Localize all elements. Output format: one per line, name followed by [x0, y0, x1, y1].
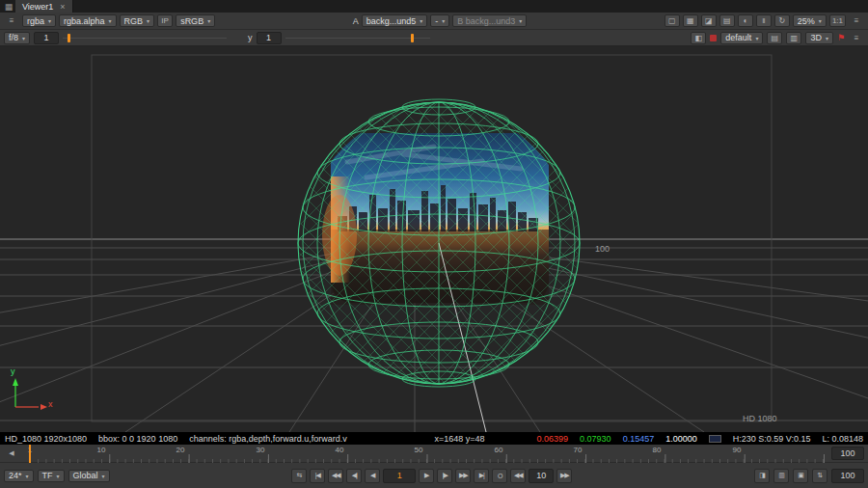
input-b-dropdown[interactable]: B backg...und3	[452, 14, 527, 27]
axis-gizmo	[13, 378, 47, 410]
tick-label: 50	[415, 446, 423, 454]
gamma-slider-handle[interactable]	[411, 34, 414, 42]
cycle-mode-button[interactable]: ⇆	[291, 469, 307, 483]
fps-dropdown[interactable]: 24*	[4, 470, 34, 482]
transport-bar: 24* TF Global ⇆ |◀ ◀◀ ◀| ◀ 1 ▶ |▶ ▶▶ ▶| …	[0, 463, 868, 488]
fstop-dropdown[interactable]: f/8	[4, 32, 30, 44]
fit-range-b-icon[interactable]: ▥	[773, 469, 789, 483]
gamma-slider-track	[285, 38, 430, 39]
gain-slider[interactable]	[63, 33, 227, 43]
bbox-info: bbox: 0 0 1920 1080	[98, 434, 177, 444]
timeline-ruler-row: ◀ 1 10 20 30 40 50 60 70 80 90 100	[0, 445, 868, 463]
viewer-process-dropdown[interactable]: default	[720, 32, 763, 44]
wipe-icon[interactable]: ◪	[701, 14, 717, 27]
pause-icon[interactable]: ‖	[756, 14, 772, 27]
input-a-dropdown[interactable]: backg...und5	[362, 14, 428, 27]
collapse-timeline-icon[interactable]: ◀	[4, 447, 19, 460]
buffer-icon[interactable]: ▤	[767, 32, 782, 44]
pixel-ratio-button[interactable]: 1:1	[829, 14, 846, 27]
format-info: HD_1080 1920x1080	[5, 434, 87, 444]
corner-menu-icon[interactable]: ≡	[849, 32, 864, 44]
frame-increment-field[interactable]: 10	[529, 469, 554, 483]
tick-label: 90	[733, 446, 742, 454]
close-icon[interactable]: ×	[60, 2, 65, 12]
loop-mode-button[interactable]: O	[492, 469, 507, 483]
gamma-label: y	[248, 33, 253, 42]
next-increment-button[interactable]: ▶▶	[455, 469, 471, 483]
channels-dropdown[interactable]: rgba	[22, 14, 56, 27]
skip-forward-button[interactable]: ▶▶	[556, 469, 572, 483]
zebra-stripes-icon[interactable]: ▤	[719, 14, 735, 27]
red-value: 0.06399	[537, 434, 569, 444]
timeline-playhead[interactable]	[29, 445, 31, 463]
fit-range-a-icon[interactable]: ◨	[754, 469, 770, 483]
global-range-end-field[interactable]: 100	[831, 447, 864, 460]
stereo-mode-icon[interactable]: ▥	[786, 32, 801, 44]
display-mode-dropdown[interactable]: RGB	[120, 14, 155, 27]
corner-menu-icon[interactable]: ≡	[849, 14, 864, 27]
gamma-slider[interactable]	[285, 33, 430, 43]
tick-label: 70	[574, 446, 583, 454]
tick-label: 60	[495, 446, 503, 454]
pane-content-icon[interactable]: ▦	[2, 2, 15, 12]
luma-info: L: 0.08148	[822, 434, 863, 444]
channels-info: channels: rgba,depth,forward.u,forward.v	[189, 434, 347, 444]
menu-icon[interactable]: ≡	[4, 14, 19, 27]
skip-back-button[interactable]: ◀◀	[510, 469, 526, 483]
ip-active-indicator	[710, 35, 717, 41]
viewer-toolbar-gain-gamma: f/8 1 y 1 ◧ default ▤ ▥ 3D ⚑ ≡	[0, 30, 868, 46]
tick-label: 40	[336, 446, 344, 454]
green-value: 0.07930	[580, 434, 611, 444]
tab-title: Viewer1	[22, 2, 53, 12]
gain-toggle-icon[interactable]: ◐	[738, 14, 753, 27]
tick-label: 20	[176, 446, 185, 454]
input-process-toggle[interactable]: IP	[157, 14, 173, 27]
tick-label: 80	[653, 446, 662, 454]
checkerboard-icon[interactable]: ▦	[683, 14, 698, 27]
gain-slider-track	[63, 38, 227, 39]
playback-range-end-field[interactable]: 100	[831, 469, 864, 483]
play-forward-button[interactable]: ▶	[419, 469, 434, 483]
gain-slider-handle[interactable]	[68, 34, 70, 42]
sphere-wireframe[interactable]	[298, 99, 580, 387]
viewer-tab-bar: ▦ Viewer1 ×	[0, 0, 868, 13]
goto-start-button[interactable]: |◀	[310, 469, 325, 483]
tick-label: 30	[257, 446, 265, 454]
cursor-position: x=1648 y=48	[434, 434, 484, 444]
goto-end-button[interactable]: ▶|	[474, 469, 489, 483]
color-swatch	[709, 435, 721, 443]
viewport-canvas	[0, 46, 868, 432]
timeline-ruler[interactable]: 1 10 20 30 40 50 60 70 80 90	[23, 445, 827, 463]
step-back-button[interactable]: ◀|	[346, 469, 362, 483]
viewer-toolbar-main: ≡ rgba rgba.alpha RGB IP sRGB A backg...…	[0, 13, 868, 30]
refresh-icon[interactable]: ↻	[774, 14, 790, 27]
tf-dropdown[interactable]: TF	[38, 470, 65, 482]
frame-range-dropdown[interactable]: Global	[68, 470, 110, 482]
blend-mode-dropdown[interactable]: -	[430, 14, 449, 27]
playback-controls: ⇆ |◀ ◀◀ ◀| ◀ 1 ▶ |▶ ▶▶ ▶| O ◀◀ 10 ▶▶	[291, 469, 572, 483]
input-process-icon[interactable]: ◧	[691, 32, 706, 44]
viewer-3d-viewport[interactable]: 100 HD 1080 y x	[0, 46, 868, 432]
current-frame-field[interactable]: 1	[383, 469, 416, 483]
view-mode-dropdown[interactable]: 3D	[805, 32, 833, 44]
input-a-label: A	[353, 16, 359, 26]
alpha-value: 1.00000	[665, 434, 697, 444]
roi-flag-icon[interactable]: ⚑	[837, 33, 845, 42]
step-forward-button[interactable]: |▶	[437, 469, 452, 483]
viewer-status-bar: HD_1080 1920x1080 bbox: 0 0 1920 1080 ch…	[0, 432, 868, 445]
alpha-channel-dropdown[interactable]: rgba.alpha	[59, 14, 117, 27]
monitor-out-icon[interactable]: ▢	[665, 14, 680, 27]
hsv-info: H:230 S:0.59 V:0.15	[733, 434, 811, 444]
gain-field[interactable]: 1	[34, 32, 59, 44]
play-reverse-button[interactable]: ◀	[365, 469, 380, 483]
colorspace-dropdown[interactable]: sRGB	[176, 14, 215, 27]
blue-value: 0.15457	[623, 434, 655, 444]
zoom-level-dropdown[interactable]: 25%	[793, 14, 827, 27]
range-lock-icon[interactable]: ▣	[793, 469, 808, 483]
tab-viewer1[interactable]: Viewer1 ×	[15, 0, 73, 13]
gamma-field[interactable]: 1	[257, 32, 282, 44]
tick-label: 10	[97, 446, 106, 454]
prev-increment-button[interactable]: ◀◀	[328, 469, 343, 483]
range-updown-icon[interactable]: ⇅	[812, 469, 827, 483]
